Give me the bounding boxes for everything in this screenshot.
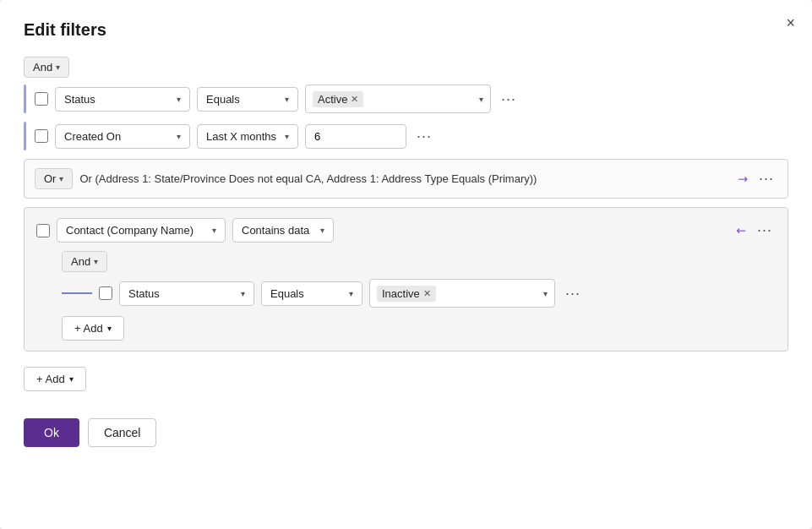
filters-area: And ▾ Status ▾ Equals ▾ Active ✕ ▾ bbox=[24, 57, 788, 412]
nested-row-value-wrap[interactable]: Inactive ✕ ▾ bbox=[369, 279, 555, 308]
row1-value-tag: Active ✕ bbox=[313, 91, 363, 107]
dialog-footer: Ok Cancel bbox=[24, 418, 788, 447]
nested-group-body: And ▾ Status ▾ Equals ▾ bbox=[36, 251, 776, 341]
or-group: Or ▾ Or (Address 1: State/Province Does … bbox=[24, 159, 788, 199]
bottom-add-chevron: ▾ bbox=[69, 374, 74, 384]
row2-connector-bar bbox=[24, 122, 26, 150]
nested-row-operator-chevron: ▾ bbox=[349, 289, 353, 298]
nested-group-checkbox[interactable] bbox=[36, 224, 50, 237]
row1-more-button[interactable]: ··· bbox=[498, 89, 520, 110]
top-and-pill[interactable]: And ▾ bbox=[24, 57, 69, 78]
row2-operator-chevron: ▾ bbox=[285, 132, 289, 141]
row2-value-input[interactable] bbox=[305, 124, 406, 149]
nested-add-button[interactable]: + Add ▾ bbox=[62, 316, 124, 341]
row2-checkbox[interactable] bbox=[35, 129, 48, 143]
nested-group-shrink-icon[interactable]: ↙ bbox=[733, 222, 750, 239]
nested-add-chevron: ▾ bbox=[107, 324, 112, 333]
row2-field-dropdown[interactable]: Created On ▾ bbox=[55, 124, 190, 149]
top-and-chevron: ▾ bbox=[56, 63, 60, 72]
nested-row-operator-dropdown[interactable]: Equals ▾ bbox=[261, 281, 362, 306]
ok-button[interactable]: Ok bbox=[24, 418, 79, 447]
nested-operator-dropdown[interactable]: Contains data ▾ bbox=[232, 218, 334, 243]
or-group-description: Or (Address 1: State/Province Does not e… bbox=[79, 172, 732, 185]
edit-filters-dialog: Edit filters × And ▾ Status ▾ Equals ▾ bbox=[0, 0, 812, 529]
row1-field-chevron: ▾ bbox=[177, 95, 181, 104]
dialog-title: Edit filters bbox=[24, 20, 788, 40]
or-group-expand-icon[interactable]: ↗ bbox=[735, 171, 752, 188]
nested-add-row: + Add ▾ bbox=[62, 316, 776, 341]
row2-field-chevron: ▾ bbox=[177, 132, 181, 141]
close-button[interactable]: × bbox=[786, 15, 795, 30]
or-group-more-button[interactable]: ··· bbox=[755, 168, 777, 189]
nested-row-checkbox[interactable] bbox=[99, 286, 112, 300]
nested-row-value-tag: Inactive ✕ bbox=[377, 286, 436, 302]
row-connector-bar bbox=[24, 85, 26, 113]
or-pill[interactable]: Or ▾ bbox=[35, 168, 73, 189]
or-group-header: Or ▾ Or (Address 1: State/Province Does … bbox=[25, 160, 787, 198]
row1-value-chevron[interactable]: ▾ bbox=[479, 95, 483, 104]
cancel-button[interactable]: Cancel bbox=[88, 418, 157, 447]
nested-row-more-button[interactable]: ··· bbox=[562, 283, 584, 304]
nested-filter-row-status: Status ▾ Equals ▾ Inactive ✕ ▾ ·· bbox=[62, 279, 776, 308]
nested-and-chevron: ▾ bbox=[94, 257, 98, 266]
or-pill-chevron: ▾ bbox=[59, 174, 63, 183]
nested-row-connector bbox=[62, 292, 92, 294]
bottom-add-button[interactable]: + Add ▾ bbox=[24, 367, 86, 391]
nested-group: Contact (Company Name) ▾ Contains data ▾… bbox=[24, 207, 788, 352]
nested-row-field-chevron: ▾ bbox=[241, 289, 245, 298]
row2-more-button[interactable]: ··· bbox=[413, 126, 435, 147]
row1-checkbox[interactable] bbox=[35, 92, 48, 106]
row1-operator-dropdown[interactable]: Equals ▾ bbox=[197, 87, 298, 112]
bottom-add-row: + Add ▾ bbox=[24, 367, 788, 391]
nested-row-tag-close[interactable]: ✕ bbox=[423, 288, 431, 299]
nested-and-pill[interactable]: And ▾ bbox=[62, 251, 107, 272]
row1-tag-close[interactable]: ✕ bbox=[351, 94, 358, 105]
nested-row-field-dropdown[interactable]: Status ▾ bbox=[119, 281, 254, 306]
nested-group-more-button[interactable]: ··· bbox=[754, 220, 776, 241]
top-logic-row: And ▾ bbox=[24, 57, 788, 78]
nested-field-dropdown[interactable]: Contact (Company Name) ▾ bbox=[57, 218, 226, 243]
row1-operator-chevron: ▾ bbox=[285, 95, 289, 104]
row1-value-wrap[interactable]: Active ✕ ▾ bbox=[305, 85, 491, 113]
filter-row-created-on: Created On ▾ Last X months ▾ ··· bbox=[24, 122, 788, 150]
filter-row-status: Status ▾ Equals ▾ Active ✕ ▾ ··· bbox=[24, 85, 788, 113]
nested-and-row: And ▾ bbox=[62, 251, 776, 272]
row1-field-dropdown[interactable]: Status ▾ bbox=[55, 87, 190, 112]
nested-row-value-chevron[interactable]: ▾ bbox=[543, 289, 548, 298]
nested-group-header: Contact (Company Name) ▾ Contains data ▾… bbox=[36, 218, 776, 243]
nested-operator-chevron: ▾ bbox=[320, 226, 324, 235]
row2-operator-dropdown[interactable]: Last X months ▾ bbox=[197, 124, 298, 149]
nested-field-chevron: ▾ bbox=[212, 226, 216, 235]
